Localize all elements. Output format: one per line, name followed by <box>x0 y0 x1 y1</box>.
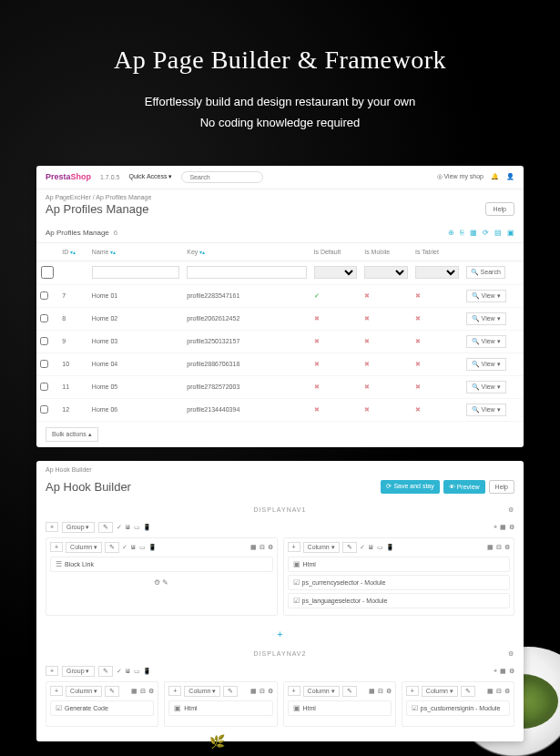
row-default[interactable]: ✖ <box>311 352 361 375</box>
save-and-stay-button[interactable]: ⟳ Save and stay <box>381 480 439 494</box>
edit-icon[interactable]: ✎ <box>105 686 119 697</box>
gear-icon[interactable]: ⚙ <box>154 578 160 587</box>
edit-icon[interactable]: ✎ <box>105 542 119 553</box>
row-checkbox[interactable] <box>40 405 48 414</box>
column-dropdown[interactable]: Column ▾ <box>422 686 458 697</box>
quick-access-menu[interactable]: Quick Access ▾ <box>128 173 172 180</box>
row-tablet[interactable]: ✖ <box>412 375 463 398</box>
edit-icon[interactable]: ✎ <box>342 542 357 553</box>
row-checkbox[interactable] <box>40 314 48 322</box>
view-shop-link[interactable]: ◎ View my shop <box>437 173 484 180</box>
grid-icon[interactable]: ▦ <box>500 668 506 675</box>
edit-icon[interactable]: ✎ <box>223 686 238 697</box>
add-column-icon[interactable]: + <box>288 686 300 696</box>
tablet-icon[interactable]: ▭ <box>134 524 140 531</box>
customer-signin-widget[interactable]: ☑ps_customersignin - Module <box>406 700 510 716</box>
view-button[interactable]: 🔍 View ▾ <box>466 358 506 371</box>
help-button[interactable]: Help <box>489 480 514 494</box>
row-default[interactable]: ✖ <box>311 375 361 398</box>
row-tablet[interactable]: ✖ <box>412 352 463 375</box>
row-checkbox[interactable] <box>40 383 48 391</box>
sql-icon[interactable]: ▣ <box>507 229 514 237</box>
group-dropdown[interactable]: Group ▾ <box>62 522 94 533</box>
group-dropdown[interactable]: Group ▾ <box>62 666 94 677</box>
add-column-icon[interactable]: + <box>168 686 181 696</box>
row-checkbox[interactable] <box>40 360 48 368</box>
row-mobile[interactable]: ✖ <box>361 307 412 330</box>
check-icon[interactable]: ✓ <box>117 524 122 531</box>
row-mobile[interactable]: ✖ <box>361 284 412 307</box>
add-column-icon[interactable]: + <box>288 542 300 552</box>
sort-icon[interactable]: ▾▴ <box>110 250 116 255</box>
view-button[interactable]: 🔍 View ▾ <box>466 404 506 416</box>
refresh-icon[interactable]: ⟳ <box>483 229 489 237</box>
add-group-icon[interactable]: + <box>46 522 58 532</box>
plus-icon[interactable]: + <box>494 668 497 675</box>
view-button[interactable]: 🔍 View ▾ <box>466 312 506 325</box>
gear-icon[interactable]: ⚙ <box>508 650 514 658</box>
html-widget[interactable]: ▣Html <box>288 700 392 716</box>
view-button[interactable]: 🔍 View ▾ <box>466 290 506 302</box>
row-checkbox[interactable] <box>40 337 48 345</box>
edit-icon[interactable]: ✎ <box>98 666 113 677</box>
filter-mobile-select[interactable] <box>364 266 408 279</box>
grid-icon[interactable]: ▦ <box>500 524 506 531</box>
add-column-icon[interactable]: + <box>50 686 63 696</box>
plus-icon[interactable]: + <box>494 524 497 531</box>
html-widget[interactable]: ▣Html <box>168 700 272 716</box>
add-column-icon[interactable]: + <box>50 542 63 552</box>
add-group-icon[interactable]: + <box>46 666 58 676</box>
row-default[interactable]: ✖ <box>311 330 361 352</box>
bulk-actions-button[interactable]: Bulk actions ▴ <box>46 427 98 442</box>
view-button[interactable]: 🔍 View ▾ <box>466 381 506 393</box>
user-avatar-icon[interactable]: 👤 <box>506 173 514 180</box>
search-input[interactable] <box>181 171 263 183</box>
html-widget[interactable]: ▣Html <box>288 557 511 572</box>
row-default[interactable]: ✔ <box>311 284 361 307</box>
column-dropdown[interactable]: Column ▾ <box>303 686 340 697</box>
block-link-widget[interactable]: ☰Block Link <box>50 557 273 572</box>
export-icon[interactable]: ▤ <box>494 229 502 237</box>
row-tablet[interactable]: ✖ <box>412 307 463 330</box>
notification-bell-icon[interactable]: 🔔 <box>491 173 499 180</box>
help-button[interactable]: Help <box>485 202 514 216</box>
row-mobile[interactable]: ✖ <box>361 330 412 352</box>
edit-icon[interactable]: ✎ <box>98 522 113 533</box>
row-tablet[interactable]: ✖ <box>412 398 463 421</box>
edit-icon[interactable]: ✎ <box>461 686 475 697</box>
row-checkbox[interactable] <box>40 291 48 300</box>
column-dropdown[interactable]: Column ▾ <box>66 686 102 697</box>
row-tablet[interactable]: ✖ <box>412 284 463 307</box>
row-tablet[interactable]: ✖ <box>412 330 463 352</box>
filter-tablet-select[interactable] <box>415 266 459 279</box>
row-default[interactable]: ✖ <box>311 398 361 421</box>
edit-icon[interactable]: ✎ <box>342 686 357 697</box>
column-dropdown[interactable]: Column ▾ <box>66 542 102 553</box>
add-row-button[interactable]: + <box>36 623 524 645</box>
row-mobile[interactable]: ✖ <box>361 398 412 421</box>
add-icon[interactable]: ⊕ <box>448 229 454 237</box>
sort-icon[interactable]: ▾▴ <box>199 250 205 255</box>
edit-icon[interactable]: ✎ <box>162 578 168 587</box>
sort-icon[interactable]: ▾▴ <box>70 250 76 255</box>
column-dropdown[interactable]: Column ▾ <box>303 542 340 553</box>
desktop-icon[interactable]: 🖥 <box>125 524 131 531</box>
filter-key-input[interactable] <box>187 266 306 279</box>
mobile-icon[interactable]: 📱 <box>143 524 151 531</box>
select-all-checkbox[interactable] <box>40 266 55 279</box>
row-default[interactable]: ✖ <box>311 307 361 330</box>
currency-module-widget[interactable]: ☑ps_currencyselector - Module <box>288 575 511 590</box>
add-column-icon[interactable]: + <box>406 686 419 696</box>
gear-icon[interactable]: ⚙ <box>509 524 514 531</box>
generate-code-widget[interactable]: ☑Generate Code <box>50 700 154 716</box>
row-mobile[interactable]: ✖ <box>361 375 412 398</box>
filter-name-input[interactable] <box>92 266 179 279</box>
grid-icon[interactable]: ▦ <box>470 229 477 237</box>
gear-icon[interactable]: ⚙ <box>508 506 514 514</box>
column-dropdown[interactable]: Column ▾ <box>184 686 220 697</box>
filter-default-select[interactable] <box>314 266 358 279</box>
preview-button[interactable]: 👁 Preview <box>443 480 485 494</box>
copy-icon[interactable]: ⎘ <box>460 229 464 237</box>
gear-icon[interactable]: ⚙ <box>509 668 514 675</box>
row-mobile[interactable]: ✖ <box>361 352 412 375</box>
